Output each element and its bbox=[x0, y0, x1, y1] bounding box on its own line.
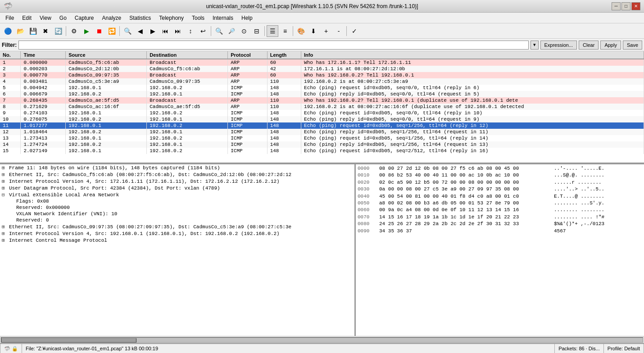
go-last-button[interactable]: ⏭ bbox=[172, 25, 184, 37]
zoom-out-button[interactable]: 🔎 bbox=[226, 25, 237, 37]
table-row[interactable]: 60.006679192.168.0.2192.168.0.1ICMP148Ec… bbox=[0, 91, 644, 97]
clear-button[interactable]: Clear bbox=[579, 41, 599, 50]
table-row[interactable]: 100.276075192.168.0.2192.168.0.1ICMP148E… bbox=[0, 116, 644, 122]
menu-item-capture[interactable]: Capture bbox=[71, 14, 98, 22]
close-button[interactable]: ✕ bbox=[631, 2, 640, 10]
menu-item-go[interactable]: Go bbox=[56, 14, 70, 22]
save-button[interactable]: 💾 bbox=[27, 25, 39, 37]
hex-line: 000008 00 27 2d 12 0b 08 00 27 f5 c6 ab … bbox=[358, 165, 642, 172]
detail-tree-row[interactable]: Reserved: 0x000000 bbox=[0, 204, 354, 211]
zoom-normal-button[interactable]: ⊙ bbox=[238, 25, 250, 37]
detail-tree-row[interactable]: Reserved: 0 bbox=[0, 217, 354, 223]
detail-tree-row[interactable]: ⊞Internet Control Message Protocol bbox=[0, 237, 354, 244]
cell-time: 0.276075 bbox=[21, 116, 66, 122]
table-row[interactable]: 30.000770CadmusCo_09:97:35BroadcastARP60… bbox=[0, 72, 644, 78]
hex-dump[interactable]: 000008 00 27 2d 12 0b 08 00 27 f5 c6 ab … bbox=[356, 164, 644, 336]
next-packet-button[interactable]: ▶ bbox=[147, 25, 159, 37]
col-time: Time bbox=[21, 51, 66, 59]
maximize-button[interactable]: □ bbox=[621, 2, 630, 10]
expand-icon[interactable]: ⊟ bbox=[2, 192, 7, 198]
expand-icon[interactable]: ⊞ bbox=[2, 185, 7, 191]
capture-detail-button[interactable]: ≡ bbox=[279, 25, 291, 37]
table-row[interactable]: 90.274103192.168.0.1192.168.0.2ICMP148Ec… bbox=[0, 110, 644, 116]
filter-dropdown-button[interactable]: ▾ bbox=[531, 41, 539, 50]
menu-item-statistics[interactable]: Statistics bbox=[126, 14, 154, 22]
expand-icon[interactable]: ⊞ bbox=[2, 172, 7, 177]
go-first-button[interactable]: ⏮ bbox=[159, 25, 171, 37]
auto-scroll-button[interactable]: ⬇ bbox=[308, 25, 319, 37]
zoom-out2-button[interactable]: - bbox=[333, 25, 345, 37]
statusbar: 🦈 🔒 File: "Z:¥unicast-vxlan_router-01_em… bbox=[0, 343, 644, 353]
packet-detail[interactable]: ⊞Frame 11: 148 bytes on wire (1184 bits)… bbox=[0, 164, 356, 336]
filter-input[interactable] bbox=[18, 41, 528, 50]
menu-item-edit[interactable]: Edit bbox=[18, 14, 35, 22]
save-filter-button[interactable]: Save bbox=[623, 41, 642, 50]
menu-item-telephony[interactable]: Telephony bbox=[155, 14, 187, 22]
stop-capture-button[interactable]: ⏹ bbox=[93, 25, 105, 37]
col-length: Length bbox=[267, 51, 301, 59]
apply-button[interactable]: Apply bbox=[600, 41, 621, 50]
packet-list-scroll[interactable]: No. Time Source Destination Protocol Len… bbox=[0, 51, 644, 159]
table-row[interactable]: 80.271629CadmusCo_ac:16:6fCadmusCo_ae:5f… bbox=[0, 104, 644, 110]
capture-list-button[interactable]: ☰ bbox=[267, 25, 278, 37]
expand-icon[interactable]: ⊞ bbox=[2, 178, 7, 184]
find-packet-button[interactable]: 🔍 bbox=[122, 25, 133, 37]
table-row[interactable]: 141.274724192.168.0.2192.168.0.1ICMP148E… bbox=[0, 141, 644, 148]
zoom-in2-button[interactable]: + bbox=[320, 25, 332, 37]
restart-capture-button[interactable]: 🔁 bbox=[106, 25, 118, 37]
expand-icon[interactable]: ⊞ bbox=[2, 224, 7, 230]
back-button[interactable]: ↩ bbox=[197, 25, 209, 37]
detail-tree-row[interactable]: ⊞Frame 11: 148 bytes on wire (1184 bits)… bbox=[0, 164, 354, 171]
expand-icon[interactable]: ⊞ bbox=[2, 165, 7, 171]
menu-item-tools[interactable]: Tools bbox=[188, 14, 208, 22]
menu-item-internals[interactable]: Internals bbox=[209, 14, 237, 22]
detail-tree-row[interactable]: ⊞User Datagram Protocol, Src Port: 42384… bbox=[0, 185, 354, 191]
table-row[interactable]: 40.003481CadmusCo_c5:3e:a9CadmusCo_09:97… bbox=[0, 78, 644, 85]
table-row[interactable]: 111.017277192.168.0.1192.168.0.2ICMP148E… bbox=[0, 122, 644, 129]
expand-icon[interactable]: ⊞ bbox=[2, 237, 7, 243]
reload-button[interactable]: 🔄 bbox=[52, 25, 64, 37]
detail-tree-row[interactable]: ⊞Internet Protocol Version 4, Src: 172.1… bbox=[0, 178, 354, 185]
new-button[interactable]: 🔵 bbox=[2, 25, 14, 37]
table-row[interactable]: 131.273413192.168.0.1192.168.0.2ICMP148E… bbox=[0, 135, 644, 141]
expand-icon[interactable]: ⊞ bbox=[2, 231, 7, 236]
detail-tree-row[interactable]: Flags: 0x08 bbox=[0, 198, 354, 204]
open-button[interactable]: 📂 bbox=[14, 25, 26, 37]
resize-columns-button[interactable]: ⊟ bbox=[251, 25, 263, 37]
zoom-in-button[interactable]: 🔍 bbox=[213, 25, 225, 37]
table-row[interactable]: 20.000203CadmusCo_2d:12:0bCadmusCo_f5:c6… bbox=[0, 66, 644, 72]
cell-dst: 192.168.0.2 bbox=[147, 110, 228, 116]
table-row[interactable]: 121.018464192.168.0.2192.168.0.1ICMP148E… bbox=[0, 129, 644, 135]
menu-item-help[interactable]: Help bbox=[238, 14, 256, 22]
table-row[interactable]: 10.000000CadmusCo_f5:c6:abBroadcastARP60… bbox=[0, 59, 644, 66]
menu-item-file[interactable]: File bbox=[2, 14, 18, 22]
mark-button[interactable]: ✓ bbox=[349, 25, 360, 37]
go-to-packet-button[interactable]: ↕ bbox=[185, 25, 196, 37]
cell-len: 148 bbox=[267, 91, 301, 97]
hex-ascii: ........ ...S'.y. bbox=[554, 200, 604, 207]
detail-tree-row[interactable]: ⊟Virtual eXtensible Local Area Network bbox=[0, 191, 354, 198]
horizontal-scrollbar[interactable] bbox=[0, 336, 644, 343]
detail-tree-row[interactable]: ⊞Ethernet II, Src: CadmusCo_09:97:35 (08… bbox=[0, 223, 354, 230]
hex-ascii: ........ .... !"# bbox=[554, 214, 604, 221]
cell-proto: ICMP bbox=[228, 110, 267, 116]
detail-tree-row[interactable]: ⊞Internet Protocol Version 4, Src: 192.1… bbox=[0, 230, 354, 237]
cell-info: Echo (ping) reply id=0xdb05, seq=1/256, … bbox=[301, 129, 644, 135]
packet-list[interactable]: No. Time Source Destination Protocol Len… bbox=[0, 51, 644, 164]
table-row[interactable]: 152.027149192.168.0.1192.168.0.2ICMP148E… bbox=[0, 148, 644, 154]
minimize-button[interactable]: ─ bbox=[612, 2, 621, 10]
cell-info: Who has 172.16.1.1? Tell 172.16.1.11 bbox=[301, 59, 644, 66]
detail-tree-row[interactable]: VXLAN Network Identifier (VNI): 10 bbox=[0, 211, 354, 217]
menu-item-analyze[interactable]: Analyze bbox=[99, 14, 125, 22]
capture-options-button[interactable]: ⚙ bbox=[68, 25, 80, 37]
cell-time: 0.004942 bbox=[21, 85, 66, 91]
table-row[interactable]: 70.268435CadmusCo_ae:5f:d5BroadcastARP11… bbox=[0, 97, 644, 104]
start-capture-button[interactable]: ▶ bbox=[81, 25, 92, 37]
detail-tree-row[interactable]: ⊞Ethernet II, Src: CadmusCo_f5:c6:ab (08… bbox=[0, 171, 354, 178]
close-capture-button[interactable]: ✖ bbox=[40, 25, 51, 37]
colorize-button[interactable]: 🎨 bbox=[295, 25, 307, 37]
expression-button[interactable]: Expression... bbox=[540, 41, 577, 50]
menu-item-view[interactable]: View bbox=[36, 14, 55, 22]
table-row[interactable]: 50.004942192.168.0.1192.168.0.2ICMP148Ec… bbox=[0, 85, 644, 91]
prev-packet-button[interactable]: ◀ bbox=[134, 25, 146, 37]
